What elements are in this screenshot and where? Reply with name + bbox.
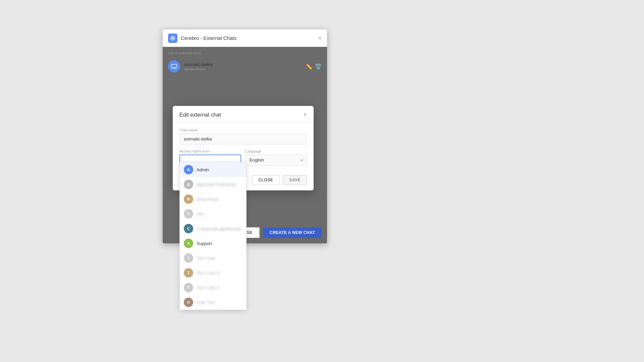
dropdown-item[interactable]: РРос: [180, 206, 246, 221]
modal-body: Chat name Access rights from AAdminДДмит…: [173, 123, 314, 172]
language-label: Language: [245, 149, 307, 153]
bg-window-title: Cerebro - External Chats: [168, 34, 236, 43]
language-col: Language EnglishRussianGermanFrenchSpani…: [245, 149, 307, 166]
chat-list-item: animatic-belka Артем Илын ✏️ 🗑️: [168, 58, 322, 75]
edit-external-chat-modal: Edit external chat × Chat name Access ri…: [173, 106, 314, 190]
language-select[interactable]: EnglishRussianGermanFrenchSpanish: [245, 155, 307, 166]
bg-window-content: List of external chats animatic-belka Ар…: [163, 47, 327, 79]
dropdown-item[interactable]: AAdmin: [180, 162, 246, 177]
delete-icon[interactable]: 🗑️: [315, 63, 322, 70]
cerebro-icon: [168, 34, 177, 43]
bg-window-title-text: Cerebro - External Chats: [181, 35, 236, 41]
chat-name-label: Chat name: [179, 128, 307, 132]
list-label: List of external chats: [168, 51, 322, 55]
bg-window-header: Cerebro - External Chats ×: [163, 29, 327, 47]
dropdown-item[interactable]: ТТест User 2: [180, 265, 246, 280]
chat-actions: ✏️ 🗑️: [306, 63, 322, 70]
create-new-chat-button[interactable]: CREATE A NEW CHAT: [263, 227, 322, 238]
save-button[interactable]: SAVE: [283, 175, 307, 185]
access-dropdown: AAdminДДмитрий РыбниковИИлья ИльяРРосССт…: [179, 162, 247, 310]
access-label: Access rights from: [179, 149, 241, 153]
dropdown-item[interactable]: ССтанислав Дробышев: [180, 221, 246, 236]
chat-name-input[interactable]: [179, 133, 307, 144]
chat-sub: Артем Илын: [184, 67, 302, 71]
dropdown-item[interactable]: SSupport: [180, 236, 246, 251]
dropdown-item[interactable]: ДДмитрий Рыбников: [180, 177, 246, 192]
dropdown-item[interactable]: ТТест User 4: [180, 280, 246, 295]
dropdown-item[interactable]: ТТест User: [180, 251, 246, 265]
chat-name: animatic-belka: [184, 62, 302, 67]
svg-rect-2: [171, 64, 177, 68]
dropdown-item[interactable]: ИИлья Илья: [180, 192, 246, 206]
two-col-section: Access rights from AAdminДДмитрий Рыбник…: [179, 149, 307, 166]
language-select-wrapper: EnglishRussianGermanFrenchSpanish ▼: [245, 155, 307, 166]
modal-title: Edit external chat: [179, 112, 221, 118]
dropdown-item[interactable]: UUser Тест: [180, 295, 246, 310]
modal-header: Edit external chat ×: [173, 106, 314, 123]
bg-close-button[interactable]: ×: [318, 35, 322, 41]
chat-info: animatic-belka Артем Илын: [184, 62, 302, 71]
modal-close-icon[interactable]: ×: [303, 111, 307, 118]
chat-avatar: [168, 60, 180, 72]
access-rights-col: Access rights from AAdminДДмитрий Рыбник…: [179, 149, 241, 166]
modal-close-button[interactable]: CLOSE: [252, 175, 279, 185]
edit-icon[interactable]: ✏️: [306, 63, 312, 70]
svg-point-1: [172, 37, 174, 39]
